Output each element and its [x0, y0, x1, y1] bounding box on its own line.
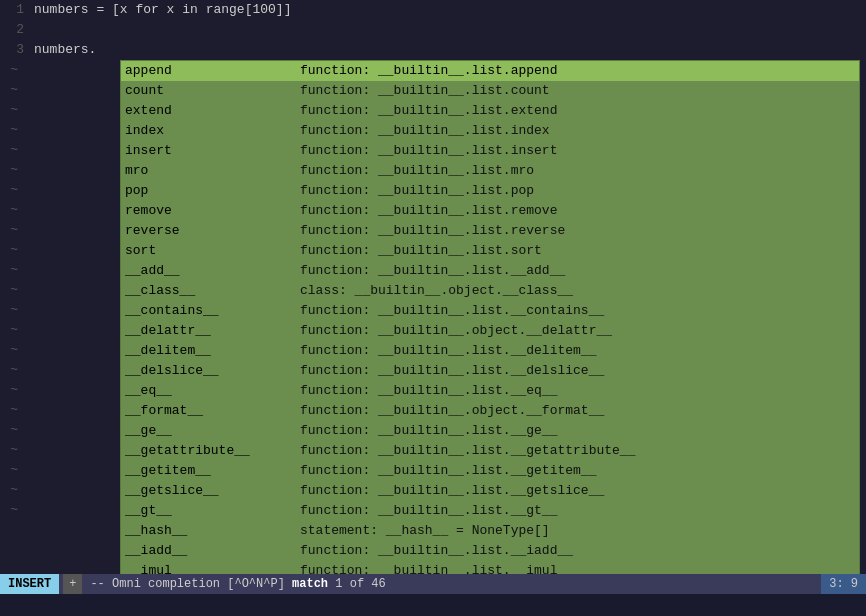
ac-item-value: function: __builtin__.list.__imul__: [300, 561, 855, 574]
ac-item-value: function: __builtin__.list.sort: [300, 241, 855, 261]
code-area[interactable]: numbers = [x for x in range[100]] number…: [30, 0, 866, 60]
autocomplete-item[interactable]: __getslice__function: __builtin__.list._…: [121, 481, 859, 501]
ac-item-value: function: __builtin__.list.__getattribut…: [300, 441, 855, 461]
autocomplete-item[interactable]: __iadd__function: __builtin__.list.__iad…: [121, 541, 859, 561]
ac-item-name: __getitem__: [125, 461, 300, 481]
ac-item-value: function: __builtin__.list.mro: [300, 161, 855, 181]
autocomplete-item[interactable]: mrofunction: __builtin__.list.mro: [121, 161, 859, 181]
autocomplete-item[interactable]: __format__function: __builtin__.object._…: [121, 401, 859, 421]
autocomplete-item[interactable]: __delitem__function: __builtin__.list.__…: [121, 341, 859, 361]
tilde-9: ~: [0, 220, 24, 240]
ac-item-name: __gt__: [125, 501, 300, 521]
code-line-2: [34, 20, 862, 40]
ac-item-value: function: __builtin__.list.pop: [300, 181, 855, 201]
tilde-16: ~: [0, 360, 24, 380]
ac-item-value: function: __builtin__.list.remove: [300, 201, 855, 221]
autocomplete-popup[interactable]: appendfunction: __builtin__.list.appendc…: [120, 60, 860, 574]
ac-item-value: function: __builtin__.list.reverse: [300, 221, 855, 241]
tilde-21: ~: [0, 460, 24, 480]
autocomplete-item[interactable]: __add__function: __builtin__.list.__add_…: [121, 261, 859, 281]
ac-item-name: pop: [125, 181, 300, 201]
ac-item-value: statement: __hash__ = NoneType[]: [300, 521, 855, 541]
ac-item-value: function: __builtin__.list.__contains__: [300, 301, 855, 321]
autocomplete-item[interactable]: __delattr__function: __builtin__.object.…: [121, 321, 859, 341]
ac-item-value: function: __builtin__.list.__getslice__: [300, 481, 855, 501]
autocomplete-item[interactable]: __contains__function: __builtin__.list._…: [121, 301, 859, 321]
status-message: -- Omni completion [^O^N^P] match 1 of 4…: [90, 577, 821, 591]
tilde-22: ~: [0, 480, 24, 500]
ac-item-value: function: __builtin__.list.__iadd__: [300, 541, 855, 561]
tilde-12: ~: [0, 280, 24, 300]
code-line-3: numbers.: [34, 40, 862, 60]
tilde-15: ~: [0, 340, 24, 360]
tilde-1: ~: [0, 60, 24, 80]
tilde-7: ~: [0, 180, 24, 200]
ac-item-name: sort: [125, 241, 300, 261]
ac-item-name: count: [125, 81, 300, 101]
status-prefix: -- Omni completion [^O^N^P]: [90, 577, 292, 591]
ac-item-value: function: __builtin__.list.__add__: [300, 261, 855, 281]
tilde-13: ~: [0, 300, 24, 320]
ac-item-value: function: __builtin__.list.__eq__: [300, 381, 855, 401]
autocomplete-item[interactable]: __gt__function: __builtin__.list.__gt__: [121, 501, 859, 521]
autocomplete-item[interactable]: sortfunction: __builtin__.list.sort: [121, 241, 859, 261]
ac-item-name: __contains__: [125, 301, 300, 321]
plus-button[interactable]: +: [63, 574, 82, 594]
autocomplete-item[interactable]: indexfunction: __builtin__.list.index: [121, 121, 859, 141]
ac-item-name: __class__: [125, 281, 300, 301]
ac-item-name: mro: [125, 161, 300, 181]
editor: 1 2 3 ~ ~ ~ ~ ~ ~ ~ ~ ~ ~ ~ ~ ~ ~ ~ ~ ~ …: [0, 0, 866, 574]
ac-item-name: __delslice__: [125, 361, 300, 381]
match-text: match: [292, 577, 328, 591]
autocomplete-item[interactable]: __delslice__function: __builtin__.list._…: [121, 361, 859, 381]
ac-item-name: __hash__: [125, 521, 300, 541]
tilde-4: ~: [0, 120, 24, 140]
ac-item-value: function: __builtin__.list.count: [300, 81, 855, 101]
autocomplete-item[interactable]: __ge__function: __builtin__.list.__ge__: [121, 421, 859, 441]
autocomplete-item[interactable]: extendfunction: __builtin__.list.extend: [121, 101, 859, 121]
ac-item-value: function: __builtin__.list.insert: [300, 141, 855, 161]
ac-item-value: class: __builtin__.object.__class__: [300, 281, 855, 301]
ac-item-value: function: __builtin__.list.__gt__: [300, 501, 855, 521]
autocomplete-item[interactable]: __imul__function: __builtin__.list.__imu…: [121, 561, 859, 574]
autocomplete-item[interactable]: popfunction: __builtin__.list.pop: [121, 181, 859, 201]
line-numbers: 1 2 3 ~ ~ ~ ~ ~ ~ ~ ~ ~ ~ ~ ~ ~ ~ ~ ~ ~ …: [0, 0, 30, 574]
tilde-10: ~: [0, 240, 24, 260]
ac-item-name: __format__: [125, 401, 300, 421]
tilde-23: ~: [0, 500, 24, 520]
ac-item-name: __getslice__: [125, 481, 300, 501]
autocomplete-item[interactable]: __getattribute__function: __builtin__.li…: [121, 441, 859, 461]
autocomplete-item[interactable]: appendfunction: __builtin__.list.append: [121, 61, 859, 81]
autocomplete-item[interactable]: reversefunction: __builtin__.list.revers…: [121, 221, 859, 241]
ac-item-name: __iadd__: [125, 541, 300, 561]
ac-item-name: __add__: [125, 261, 300, 281]
line-num-1: 1: [0, 0, 24, 20]
autocomplete-item[interactable]: removefunction: __builtin__.list.remove: [121, 201, 859, 221]
tilde-2: ~: [0, 80, 24, 100]
tilde-18: ~: [0, 400, 24, 420]
tilde-6: ~: [0, 160, 24, 180]
ac-item-value: function: __builtin__.list.index: [300, 121, 855, 141]
autocomplete-item[interactable]: __getitem__function: __builtin__.list.__…: [121, 461, 859, 481]
autocomplete-item[interactable]: __eq__function: __builtin__.list.__eq__: [121, 381, 859, 401]
autocomplete-item[interactable]: countfunction: __builtin__.list.count: [121, 81, 859, 101]
autocomplete-item[interactable]: insertfunction: __builtin__.list.insert: [121, 141, 859, 161]
ac-item-name: __eq__: [125, 381, 300, 401]
ac-item-value: function: __builtin__.list.__delslice__: [300, 361, 855, 381]
ac-item-value: function: __builtin__.list.__getitem__: [300, 461, 855, 481]
ac-item-name: __ge__: [125, 421, 300, 441]
tilde-3: ~: [0, 100, 24, 120]
ac-item-value: function: __builtin__.object.__format__: [300, 401, 855, 421]
tilde-19: ~: [0, 420, 24, 440]
ac-item-value: function: __builtin__.list.extend: [300, 101, 855, 121]
tilde-17: ~: [0, 380, 24, 400]
autocomplete-item[interactable]: __class__class: __builtin__.object.__cla…: [121, 281, 859, 301]
ac-item-name: extend: [125, 101, 300, 121]
autocomplete-item[interactable]: __hash__statement: __hash__ = NoneType[]: [121, 521, 859, 541]
ac-item-name: append: [125, 61, 300, 81]
ac-item-name: __imul__: [125, 561, 300, 574]
ac-item-name: reverse: [125, 221, 300, 241]
tilde-20: ~: [0, 440, 24, 460]
ac-item-value: function: __builtin__.object.__delattr__: [300, 321, 855, 341]
ac-item-value: function: __builtin__.list.__ge__: [300, 421, 855, 441]
